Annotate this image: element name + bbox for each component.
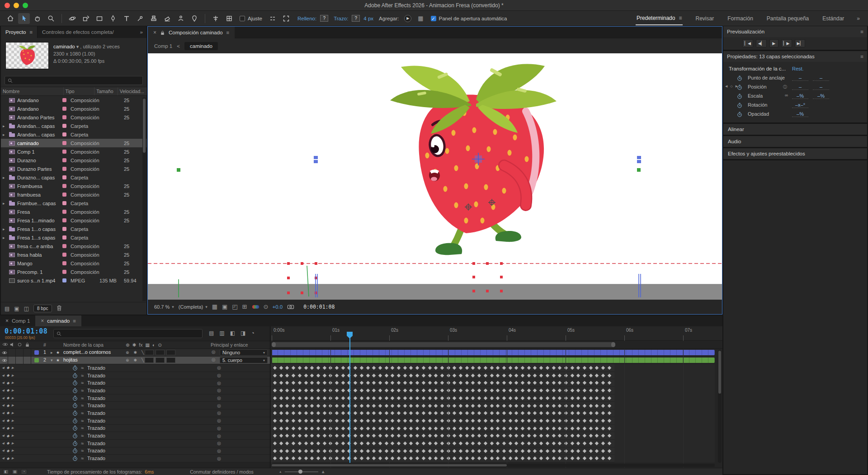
keyframe-icon[interactable]	[292, 426, 295, 430]
keyframe-icon[interactable]	[595, 456, 599, 460]
next-frame-button[interactable]: ▏▶	[781, 39, 792, 47]
time-ruler[interactable]: 0:00s01s02s03s04s05s06s07s	[271, 326, 722, 341]
keyframe-icon[interactable]	[310, 456, 314, 460]
project-row[interactable]: caminadoComposición25	[1, 139, 146, 147]
stopwatch-icon[interactable]	[72, 425, 78, 431]
solo-toggle[interactable]	[16, 349, 24, 356]
keyframe-icon[interactable]	[384, 449, 388, 452]
keyframe-icon[interactable]	[465, 404, 468, 407]
keyframe-icon[interactable]	[552, 396, 555, 400]
keyframe-icon[interactable]	[583, 404, 586, 407]
keyframe-icon[interactable]	[422, 419, 425, 423]
label-chip[interactable]	[62, 98, 66, 102]
keyframe-icon[interactable]	[453, 419, 456, 423]
keyframe-icon[interactable]	[576, 434, 580, 437]
timeline-property-row[interactable]: ◀◆▶≈Trazado◎	[0, 432, 270, 440]
keyframe-icon[interactable]	[415, 404, 419, 407]
tab-effect-controls[interactable]: Controles de efectos completa/Fre	[37, 26, 114, 38]
keyframe-icon[interactable]	[558, 366, 561, 370]
keyframe-icon[interactable]	[285, 396, 289, 400]
window-minimize-button[interactable]	[14, 3, 19, 8]
keyframe-icon[interactable]	[415, 411, 419, 415]
timeline-property-row[interactable]: ◀◆▶≈Trazado◎	[0, 409, 270, 417]
keyframe-icon[interactable]	[496, 456, 500, 460]
keyframe-icon[interactable]	[335, 411, 339, 415]
property-label[interactable]: Opacidad	[748, 111, 769, 117]
keyframe-icon[interactable]	[514, 426, 518, 430]
align-tool-1[interactable]	[210, 13, 222, 24]
scrollbar-thumb[interactable]	[718, 351, 721, 394]
stopwatch-icon[interactable]	[72, 373, 78, 378]
keyframe-icon[interactable]	[589, 449, 592, 452]
keyframe-icon[interactable]	[366, 419, 369, 423]
keyframe-icon[interactable]	[397, 449, 401, 452]
graph-toggle-icon[interactable]: ≈	[81, 373, 84, 378]
keyframe-icon[interactable]	[521, 389, 524, 392]
pickwhip-icon[interactable]: ◎	[212, 357, 216, 362]
stopwatch-icon[interactable]	[737, 112, 742, 117]
keyframe-icon[interactable]	[322, 449, 326, 452]
keyframe-icon[interactable]	[459, 396, 462, 400]
layer-name[interactable]: hojitas	[63, 357, 78, 362]
keyframe-icon[interactable]	[601, 449, 605, 452]
keyframe-icon[interactable]	[539, 389, 543, 392]
keyframe-icon[interactable]	[601, 419, 605, 423]
keyframe-navigator[interactable]: ◀◆▶	[2, 426, 20, 430]
keyframe-icon[interactable]	[589, 404, 592, 407]
property-value[interactable]: –	[792, 75, 808, 81]
keyframe-icon[interactable]	[484, 411, 487, 415]
keyframe-icon[interactable]	[589, 373, 592, 377]
keyframe-icon[interactable]	[273, 456, 277, 460]
keyframe-icon[interactable]	[484, 396, 487, 400]
keyframe-icon[interactable]	[490, 373, 493, 377]
keyframe-icon[interactable]	[415, 389, 419, 392]
keyframe-icon[interactable]	[533, 366, 537, 370]
keyframe-icon[interactable]	[570, 396, 574, 400]
keyframe-icon[interactable]	[378, 434, 382, 437]
keyframe-icon[interactable]	[502, 411, 506, 415]
keyframe-icon[interactable]	[273, 381, 277, 385]
keyframe-icon[interactable]	[521, 373, 524, 377]
keyframe-icon[interactable]	[279, 389, 283, 392]
keyframe-icon[interactable]	[434, 396, 438, 400]
keyframe-icon[interactable]	[310, 442, 314, 445]
keyframe-icon[interactable]	[477, 449, 481, 452]
keyframe-icon[interactable]	[285, 411, 289, 415]
stopwatch-icon[interactable]	[737, 94, 742, 99]
keyframe-icon[interactable]	[477, 373, 481, 377]
keyframe-icon[interactable]	[440, 389, 444, 392]
keyframe-icon[interactable]	[527, 366, 530, 370]
keyframe-icon[interactable]	[484, 381, 487, 385]
column-velocidad[interactable]: Velocidad...	[118, 87, 146, 95]
mask-visibility-icon[interactable]: ▣	[222, 303, 227, 310]
keyframe-icon[interactable]	[508, 442, 512, 445]
link-icon[interactable]: ∞	[785, 93, 788, 98]
keyframe-icon[interactable]	[397, 373, 401, 377]
keyframe-icon[interactable]	[583, 456, 586, 460]
keyframe-icon[interactable]	[279, 404, 283, 407]
timeline-property-row[interactable]: ◀◆▶≈Trazado◎	[0, 379, 270, 387]
keyframe-icon[interactable]	[552, 366, 555, 370]
keyframe-icon[interactable]	[366, 442, 369, 445]
keyframe-icon[interactable]	[279, 426, 283, 430]
keyframe-icon[interactable]	[378, 442, 382, 445]
audio-toggle[interactable]	[9, 349, 16, 356]
keyframe-icon[interactable]	[428, 426, 431, 430]
label-chip[interactable]	[62, 167, 66, 171]
keyframe-icon[interactable]	[397, 381, 401, 385]
timeline-tab-comp1[interactable]: × Comp 1	[0, 315, 35, 326]
keyframe-icon[interactable]	[366, 373, 369, 377]
toggle-switches-modes-button[interactable]: Conmutar definidores / modos	[190, 469, 254, 475]
keyframe-icon[interactable]	[434, 419, 438, 423]
keyframe-icon[interactable]	[391, 404, 394, 407]
keyframe-icon[interactable]	[285, 442, 289, 445]
label-chip[interactable]	[62, 124, 66, 128]
keyframe-icon[interactable]	[558, 434, 561, 437]
keyframe-icon[interactable]	[484, 373, 487, 377]
keyframe-icon[interactable]	[595, 373, 599, 377]
keyframe-icon[interactable]	[304, 396, 307, 400]
keyframe-icon[interactable]	[595, 389, 599, 392]
keyframe-icon[interactable]	[273, 366, 277, 370]
keyframe-icon[interactable]	[422, 411, 425, 415]
keyframe-icon[interactable]	[558, 404, 561, 407]
